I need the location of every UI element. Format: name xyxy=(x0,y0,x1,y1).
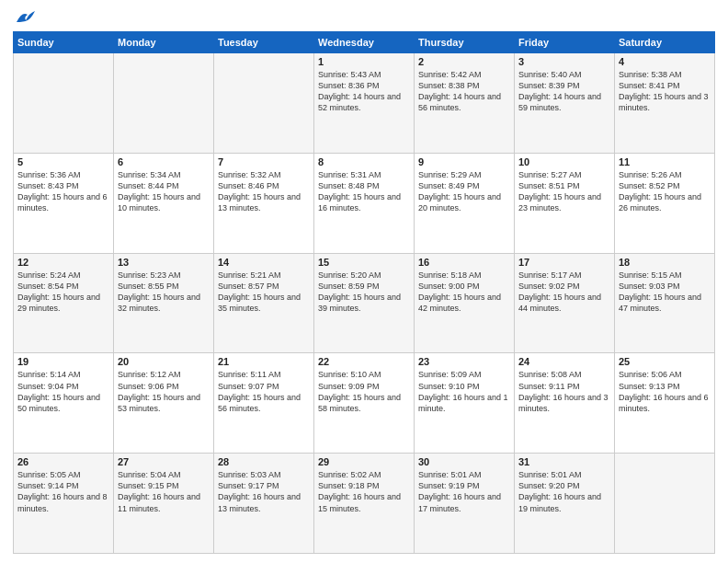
day-info: Sunrise: 5:09 AMSunset: 9:10 PMDaylight:… xyxy=(418,369,510,414)
sunrise-text: Sunrise: 5:24 AM xyxy=(17,270,81,280)
day-number: 30 xyxy=(418,456,510,467)
daylight-text: Daylight: 15 hours and 23 minutes. xyxy=(518,192,601,213)
calendar-cell: 11Sunrise: 5:26 AMSunset: 8:52 PMDayligh… xyxy=(615,153,715,253)
sunrise-text: Sunrise: 5:42 AM xyxy=(418,70,482,79)
sunset-text: Sunset: 9:02 PM xyxy=(518,282,580,291)
day-info: Sunrise: 5:04 AMSunset: 9:15 PMDaylight:… xyxy=(118,469,210,514)
day-number: 14 xyxy=(218,257,310,268)
calendar-cell: 12Sunrise: 5:24 AMSunset: 8:54 PMDayligh… xyxy=(14,253,114,353)
daylight-text: Daylight: 15 hours and 53 minutes. xyxy=(118,393,200,413)
calendar-cell xyxy=(214,53,314,154)
daylight-text: Daylight: 15 hours and 42 minutes. xyxy=(418,293,501,313)
sunrise-text: Sunrise: 5:27 AM xyxy=(518,170,582,179)
day-number: 5 xyxy=(17,156,109,167)
calendar-cell: 26Sunrise: 5:05 AMSunset: 9:14 PMDayligh… xyxy=(14,454,114,554)
daylight-text: Daylight: 15 hours and 20 minutes. xyxy=(418,192,501,213)
daylight-text: Daylight: 16 hours and 13 minutes. xyxy=(218,492,301,512)
sunset-text: Sunset: 8:41 PM xyxy=(619,81,680,90)
calendar-cell: 31Sunrise: 5:01 AMSunset: 9:20 PMDayligh… xyxy=(515,454,615,554)
sunset-text: Sunset: 8:36 PM xyxy=(318,81,380,90)
weekday-header-monday: Monday xyxy=(114,32,214,53)
sunrise-text: Sunrise: 5:34 AM xyxy=(118,170,181,179)
calendar-cell: 20Sunrise: 5:12 AMSunset: 9:06 PMDayligh… xyxy=(114,353,214,454)
sunset-text: Sunset: 8:44 PM xyxy=(118,181,179,190)
sunset-text: Sunset: 8:39 PM xyxy=(518,81,580,90)
daylight-text: Daylight: 16 hours and 19 minutes. xyxy=(518,492,601,512)
day-info: Sunrise: 5:21 AMSunset: 8:57 PMDaylight:… xyxy=(218,270,310,315)
sunset-text: Sunset: 9:14 PM xyxy=(17,481,79,490)
day-info: Sunrise: 5:03 AMSunset: 9:17 PMDaylight:… xyxy=(218,469,310,514)
sunset-text: Sunset: 9:20 PM xyxy=(518,481,580,490)
day-number: 6 xyxy=(118,156,210,167)
calendar-cell: 5Sunrise: 5:36 AMSunset: 8:43 PMDaylight… xyxy=(14,153,114,253)
calendar-cell: 1Sunrise: 5:43 AMSunset: 8:36 PMDaylight… xyxy=(314,53,415,154)
daylight-text: Daylight: 14 hours and 56 minutes. xyxy=(418,92,501,112)
calendar-cell: 6Sunrise: 5:34 AMSunset: 8:44 PMDaylight… xyxy=(114,153,214,253)
day-info: Sunrise: 5:20 AMSunset: 8:59 PMDaylight:… xyxy=(318,270,410,315)
day-info: Sunrise: 5:36 AMSunset: 8:43 PMDaylight:… xyxy=(17,169,109,214)
sunset-text: Sunset: 9:11 PM xyxy=(518,382,580,391)
day-info: Sunrise: 5:40 AMSunset: 8:39 PMDaylight:… xyxy=(518,69,610,114)
day-info: Sunrise: 5:38 AMSunset: 8:41 PMDaylight:… xyxy=(619,69,711,114)
calendar-cell: 9Sunrise: 5:29 AMSunset: 8:49 PMDaylight… xyxy=(415,153,515,253)
daylight-text: Daylight: 15 hours and 13 minutes. xyxy=(218,192,301,213)
day-number: 7 xyxy=(218,156,310,167)
sunset-text: Sunset: 8:38 PM xyxy=(418,81,480,90)
sunrise-text: Sunrise: 5:18 AM xyxy=(418,270,482,280)
day-info: Sunrise: 5:15 AMSunset: 9:03 PMDaylight:… xyxy=(619,270,711,315)
calendar-week-row: 19Sunrise: 5:14 AMSunset: 9:04 PMDayligh… xyxy=(14,353,715,454)
sunset-text: Sunset: 8:43 PM xyxy=(17,181,79,190)
day-number: 21 xyxy=(218,356,310,367)
calendar-cell: 29Sunrise: 5:02 AMSunset: 9:18 PMDayligh… xyxy=(314,454,415,554)
calendar-cell xyxy=(615,454,715,554)
sunrise-text: Sunrise: 5:15 AM xyxy=(619,270,682,280)
sunset-text: Sunset: 9:17 PM xyxy=(218,481,279,490)
day-info: Sunrise: 5:43 AMSunset: 8:36 PMDaylight:… xyxy=(318,69,410,114)
header xyxy=(13,9,715,26)
day-info: Sunrise: 5:27 AMSunset: 8:51 PMDaylight:… xyxy=(518,169,610,214)
sunset-text: Sunset: 8:59 PM xyxy=(318,282,380,291)
daylight-text: Daylight: 16 hours and 3 minutes. xyxy=(518,393,609,413)
sunset-text: Sunset: 9:07 PM xyxy=(218,382,279,391)
calendar-week-row: 12Sunrise: 5:24 AMSunset: 8:54 PMDayligh… xyxy=(14,253,715,353)
calendar-week-row: 1Sunrise: 5:43 AMSunset: 8:36 PMDaylight… xyxy=(14,53,715,154)
sunrise-text: Sunrise: 5:01 AM xyxy=(518,470,582,479)
day-info: Sunrise: 5:23 AMSunset: 8:55 PMDaylight:… xyxy=(118,270,210,315)
day-number: 16 xyxy=(418,257,510,268)
sunrise-text: Sunrise: 5:21 AM xyxy=(218,270,281,280)
sunrise-text: Sunrise: 5:36 AM xyxy=(17,170,81,179)
day-number: 20 xyxy=(118,356,210,367)
daylight-text: Daylight: 15 hours and 26 minutes. xyxy=(619,192,701,213)
day-info: Sunrise: 5:11 AMSunset: 9:07 PMDaylight:… xyxy=(218,369,310,414)
day-info: Sunrise: 5:01 AMSunset: 9:19 PMDaylight:… xyxy=(418,469,510,514)
sunset-text: Sunset: 8:55 PM xyxy=(118,282,179,291)
sunrise-text: Sunrise: 5:03 AM xyxy=(218,470,281,479)
weekday-header-thursday: Thursday xyxy=(415,32,515,53)
calendar-cell: 3Sunrise: 5:40 AMSunset: 8:39 PMDaylight… xyxy=(515,53,615,154)
daylight-text: Daylight: 16 hours and 6 minutes. xyxy=(619,393,709,413)
day-info: Sunrise: 5:34 AMSunset: 8:44 PMDaylight:… xyxy=(118,169,210,214)
day-info: Sunrise: 5:05 AMSunset: 9:14 PMDaylight:… xyxy=(17,469,109,514)
daylight-text: Daylight: 15 hours and 3 minutes. xyxy=(619,92,709,112)
day-info: Sunrise: 5:29 AMSunset: 8:49 PMDaylight:… xyxy=(418,169,510,214)
daylight-text: Daylight: 14 hours and 52 minutes. xyxy=(318,92,401,112)
calendar-cell: 13Sunrise: 5:23 AMSunset: 8:55 PMDayligh… xyxy=(114,253,214,353)
day-info: Sunrise: 5:14 AMSunset: 9:04 PMDaylight:… xyxy=(17,369,109,414)
calendar-cell: 17Sunrise: 5:17 AMSunset: 9:02 PMDayligh… xyxy=(515,253,615,353)
calendar-header-row: SundayMondayTuesdayWednesdayThursdayFrid… xyxy=(14,32,715,53)
sunrise-text: Sunrise: 5:17 AM xyxy=(518,270,582,280)
calendar-cell xyxy=(114,53,214,154)
sunrise-text: Sunrise: 5:04 AM xyxy=(118,470,181,479)
day-number: 19 xyxy=(17,356,109,367)
sunrise-text: Sunrise: 5:12 AM xyxy=(118,370,181,379)
sunset-text: Sunset: 9:00 PM xyxy=(418,282,480,291)
weekday-header-tuesday: Tuesday xyxy=(214,32,314,53)
day-number: 12 xyxy=(17,257,109,268)
sunrise-text: Sunrise: 5:31 AM xyxy=(318,170,381,179)
sunrise-text: Sunrise: 5:02 AM xyxy=(318,470,381,479)
day-number: 15 xyxy=(318,257,410,268)
sunset-text: Sunset: 8:57 PM xyxy=(218,282,279,291)
sunrise-text: Sunrise: 5:40 AM xyxy=(518,70,582,79)
day-number: 9 xyxy=(418,156,510,167)
day-number: 11 xyxy=(619,156,711,167)
